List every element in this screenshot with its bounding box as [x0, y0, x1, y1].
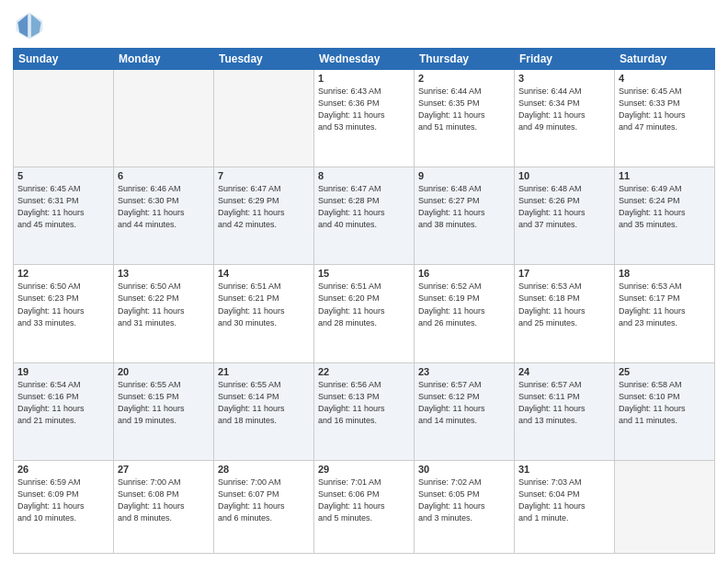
- calendar-cell: 20Sunrise: 6:55 AM Sunset: 6:15 PM Dayli…: [114, 362, 214, 460]
- day-info: Sunrise: 6:53 AM Sunset: 6:17 PM Dayligh…: [619, 281, 711, 328]
- page: SundayMondayTuesdayWednesdayThursdayFrid…: [0, 0, 728, 563]
- calendar-cell: 17Sunrise: 6:53 AM Sunset: 6:18 PM Dayli…: [515, 265, 615, 362]
- day-number: 23: [418, 366, 510, 377]
- day-number: 26: [17, 464, 109, 475]
- day-number: 7: [218, 170, 310, 181]
- day-number: 1: [318, 73, 410, 84]
- day-info: Sunrise: 7:02 AM Sunset: 6:05 PM Dayligh…: [418, 477, 510, 524]
- day-number: 25: [619, 366, 711, 377]
- day-info: Sunrise: 6:55 AM Sunset: 6:15 PM Dayligh…: [118, 379, 210, 427]
- day-number: 31: [518, 464, 610, 475]
- day-number: 28: [218, 464, 310, 475]
- day-number: 29: [318, 464, 410, 475]
- day-info: Sunrise: 6:43 AM Sunset: 6:36 PM Dayligh…: [318, 86, 410, 133]
- calendar-cell: 7Sunrise: 6:47 AM Sunset: 6:29 PM Daylig…: [214, 167, 314, 265]
- day-info: Sunrise: 7:01 AM Sunset: 6:06 PM Dayligh…: [318, 477, 410, 524]
- day-info: Sunrise: 6:58 AM Sunset: 6:10 PM Dayligh…: [619, 379, 711, 427]
- day-info: Sunrise: 6:52 AM Sunset: 6:19 PM Dayligh…: [418, 281, 510, 328]
- calendar-cell: 6Sunrise: 6:46 AM Sunset: 6:30 PM Daylig…: [114, 167, 214, 265]
- day-number: 5: [17, 170, 109, 181]
- day-info: Sunrise: 7:00 AM Sunset: 6:07 PM Dayligh…: [218, 477, 310, 524]
- day-number: 21: [218, 366, 310, 377]
- calendar-table: SundayMondayTuesdayWednesdayThursdayFrid…: [13, 48, 715, 554]
- day-info: Sunrise: 6:44 AM Sunset: 6:34 PM Dayligh…: [518, 86, 610, 133]
- day-number: 18: [619, 268, 711, 279]
- weekday-header-sunday: Sunday: [14, 49, 114, 70]
- day-number: 22: [318, 366, 410, 377]
- weekday-header-thursday: Thursday: [415, 49, 515, 70]
- calendar-cell: 27Sunrise: 7:00 AM Sunset: 6:08 PM Dayli…: [114, 460, 214, 553]
- day-number: 4: [619, 73, 711, 84]
- day-info: Sunrise: 6:59 AM Sunset: 6:09 PM Dayligh…: [17, 477, 109, 524]
- calendar-cell: 9Sunrise: 6:48 AM Sunset: 6:27 PM Daylig…: [415, 167, 515, 265]
- calendar-cell: 25Sunrise: 6:58 AM Sunset: 6:10 PM Dayli…: [615, 362, 715, 460]
- calendar-cell: [14, 70, 114, 167]
- calendar-cell: 15Sunrise: 6:51 AM Sunset: 6:20 PM Dayli…: [314, 265, 415, 362]
- calendar-cell: 21Sunrise: 6:55 AM Sunset: 6:14 PM Dayli…: [214, 362, 314, 460]
- day-number: 8: [318, 170, 410, 181]
- day-number: 2: [418, 73, 510, 84]
- day-info: Sunrise: 6:44 AM Sunset: 6:35 PM Dayligh…: [418, 86, 510, 133]
- calendar-cell: 28Sunrise: 7:00 AM Sunset: 6:07 PM Dayli…: [214, 460, 314, 553]
- day-info: Sunrise: 6:47 AM Sunset: 6:29 PM Dayligh…: [218, 183, 310, 231]
- calendar-cell: 31Sunrise: 7:03 AM Sunset: 6:04 PM Dayli…: [515, 460, 615, 553]
- calendar-cell: 26Sunrise: 6:59 AM Sunset: 6:09 PM Dayli…: [14, 460, 114, 553]
- day-info: Sunrise: 6:57 AM Sunset: 6:12 PM Dayligh…: [418, 379, 510, 427]
- weekday-header-friday: Friday: [515, 49, 615, 70]
- calendar-cell: [214, 70, 314, 167]
- logo: [13, 9, 50, 42]
- weekday-header-wednesday: Wednesday: [314, 49, 415, 70]
- day-number: 12: [17, 268, 109, 279]
- calendar-week-row: 12Sunrise: 6:50 AM Sunset: 6:23 PM Dayli…: [14, 265, 715, 362]
- calendar-cell: 30Sunrise: 7:02 AM Sunset: 6:05 PM Dayli…: [415, 460, 515, 553]
- day-number: 3: [518, 73, 610, 84]
- day-number: 9: [418, 170, 510, 181]
- calendar-cell: 10Sunrise: 6:48 AM Sunset: 6:26 PM Dayli…: [515, 167, 615, 265]
- day-number: 30: [418, 464, 510, 475]
- day-number: 17: [518, 268, 610, 279]
- calendar-cell: [114, 70, 214, 167]
- day-number: 15: [318, 268, 410, 279]
- header: [13, 9, 715, 42]
- day-info: Sunrise: 7:00 AM Sunset: 6:08 PM Dayligh…: [118, 477, 210, 524]
- day-number: 27: [118, 464, 210, 475]
- calendar-week-row: 5Sunrise: 6:45 AM Sunset: 6:31 PM Daylig…: [14, 167, 715, 265]
- calendar-cell: 14Sunrise: 6:51 AM Sunset: 6:21 PM Dayli…: [214, 265, 314, 362]
- day-info: Sunrise: 6:50 AM Sunset: 6:22 PM Dayligh…: [118, 281, 210, 328]
- day-info: Sunrise: 6:51 AM Sunset: 6:21 PM Dayligh…: [218, 281, 310, 328]
- calendar-cell: 11Sunrise: 6:49 AM Sunset: 6:24 PM Dayli…: [615, 167, 715, 265]
- calendar-cell: 3Sunrise: 6:44 AM Sunset: 6:34 PM Daylig…: [515, 70, 615, 167]
- calendar-cell: 5Sunrise: 6:45 AM Sunset: 6:31 PM Daylig…: [14, 167, 114, 265]
- calendar-cell: 19Sunrise: 6:54 AM Sunset: 6:16 PM Dayli…: [14, 362, 114, 460]
- day-info: Sunrise: 7:03 AM Sunset: 6:04 PM Dayligh…: [518, 477, 610, 524]
- calendar-cell: 13Sunrise: 6:50 AM Sunset: 6:22 PM Dayli…: [114, 265, 214, 362]
- day-number: 6: [118, 170, 210, 181]
- day-info: Sunrise: 6:55 AM Sunset: 6:14 PM Dayligh…: [218, 379, 310, 427]
- calendar-cell: 8Sunrise: 6:47 AM Sunset: 6:28 PM Daylig…: [314, 167, 415, 265]
- weekday-header-monday: Monday: [114, 49, 214, 70]
- day-info: Sunrise: 6:56 AM Sunset: 6:13 PM Dayligh…: [318, 379, 410, 427]
- calendar-week-row: 19Sunrise: 6:54 AM Sunset: 6:16 PM Dayli…: [14, 362, 715, 460]
- day-number: 19: [17, 366, 109, 377]
- day-info: Sunrise: 6:48 AM Sunset: 6:27 PM Dayligh…: [418, 183, 510, 231]
- day-info: Sunrise: 6:54 AM Sunset: 6:16 PM Dayligh…: [17, 379, 109, 427]
- calendar-cell: 1Sunrise: 6:43 AM Sunset: 6:36 PM Daylig…: [314, 70, 415, 167]
- logo-icon: [13, 9, 46, 42]
- day-number: 10: [518, 170, 610, 181]
- day-number: 13: [118, 268, 210, 279]
- calendar-cell: 29Sunrise: 7:01 AM Sunset: 6:06 PM Dayli…: [314, 460, 415, 553]
- calendar-cell: 12Sunrise: 6:50 AM Sunset: 6:23 PM Dayli…: [14, 265, 114, 362]
- calendar-cell: 16Sunrise: 6:52 AM Sunset: 6:19 PM Dayli…: [415, 265, 515, 362]
- day-info: Sunrise: 6:49 AM Sunset: 6:24 PM Dayligh…: [619, 183, 711, 231]
- day-info: Sunrise: 6:57 AM Sunset: 6:11 PM Dayligh…: [518, 379, 610, 427]
- day-info: Sunrise: 6:51 AM Sunset: 6:20 PM Dayligh…: [318, 281, 410, 328]
- day-info: Sunrise: 6:53 AM Sunset: 6:18 PM Dayligh…: [518, 281, 610, 328]
- day-number: 24: [518, 366, 610, 377]
- weekday-header-saturday: Saturday: [615, 49, 715, 70]
- calendar-cell: [615, 460, 715, 553]
- day-info: Sunrise: 6:50 AM Sunset: 6:23 PM Dayligh…: [17, 281, 109, 328]
- day-info: Sunrise: 6:48 AM Sunset: 6:26 PM Dayligh…: [518, 183, 610, 231]
- calendar-cell: 18Sunrise: 6:53 AM Sunset: 6:17 PM Dayli…: [615, 265, 715, 362]
- day-number: 20: [118, 366, 210, 377]
- day-info: Sunrise: 6:47 AM Sunset: 6:28 PM Dayligh…: [318, 183, 410, 231]
